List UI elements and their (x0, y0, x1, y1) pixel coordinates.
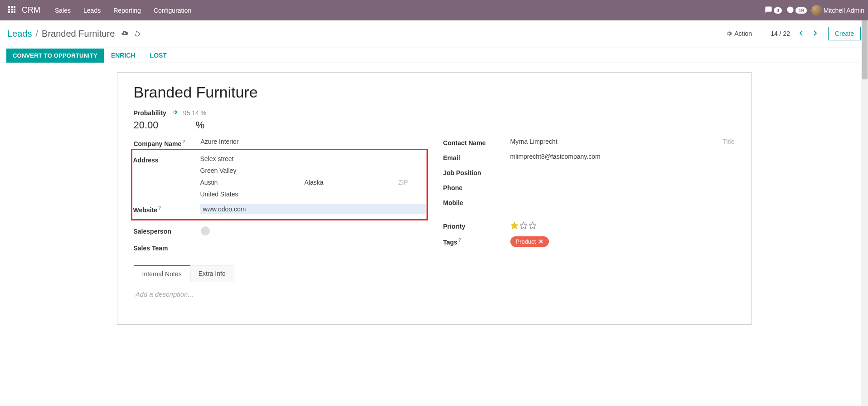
apps-icon[interactable] (8, 6, 17, 15)
svg-marker-1 (520, 222, 527, 229)
star-icon[interactable] (510, 221, 519, 230)
activities-button[interactable]: 19 (786, 6, 806, 15)
help-icon[interactable]: ? (158, 205, 161, 210)
city-input[interactable]: Austin (200, 179, 228, 186)
control-panel: Leads / Branded Furniture Action 14 / 22… (0, 20, 868, 48)
probability-label: Probability (134, 109, 166, 117)
probability-value[interactable]: 20.00 (134, 119, 159, 131)
star-icon[interactable] (529, 221, 537, 230)
top-navbar: CRM Sales Leads Reporting Configuration … (0, 0, 868, 20)
convert-button[interactable]: CONVERT TO OPPORTUNITY (6, 49, 104, 63)
tabs: Internal Notes Extra Info (134, 265, 735, 282)
percent-sign: % (196, 119, 205, 131)
priority-label: Priority (443, 221, 510, 230)
chevron-left-icon (797, 29, 805, 37)
probability-gear[interactable] (172, 109, 178, 117)
street-input[interactable]: Selex street (200, 155, 426, 162)
nav-reporting[interactable]: Reporting (107, 0, 147, 20)
conversations-badge: 4 (774, 7, 782, 14)
pager-next[interactable] (809, 27, 821, 40)
conversation-icon (765, 6, 772, 15)
activities-badge: 19 (795, 7, 806, 14)
mobile-label: Mobile (443, 198, 510, 206)
gear-icon (726, 30, 732, 37)
record-title[interactable]: Branded Furniture (134, 83, 735, 101)
brand-crm[interactable]: CRM (22, 5, 40, 15)
tag-product[interactable]: Product✕ (510, 236, 549, 247)
clock-icon (786, 6, 794, 15)
nav-configuration[interactable]: Configuration (147, 0, 198, 20)
company-name-value[interactable]: Azure Interior (201, 138, 425, 145)
create-button[interactable]: Create (828, 27, 861, 40)
phone-label: Phone (443, 183, 510, 191)
contact-name-label: Contact Name (443, 138, 510, 147)
divider (763, 26, 763, 41)
email-label: Email (443, 153, 510, 161)
street2-input[interactable]: Green Valley (200, 167, 426, 174)
cloud-save-icon[interactable] (121, 29, 128, 39)
tags-label: Tags? (443, 236, 510, 246)
breadcrumb-current: Branded Furniture (42, 29, 115, 39)
form-sheet: Branded Furniture Probability 95.14 % 20… (117, 72, 752, 325)
salesteam-label: Sales Team (134, 243, 201, 252)
salesperson-label: Salesperson (134, 226, 201, 235)
priority-stars[interactable] (510, 221, 735, 230)
user-menu[interactable]: Mitchell Admin (811, 5, 864, 16)
job-label: Job Position (443, 168, 510, 176)
tab-internal-notes[interactable]: Internal Notes (134, 265, 190, 282)
zip-input[interactable]: ZIP (398, 179, 426, 186)
website-input[interactable]: www.odoo.com (200, 204, 426, 214)
state-input[interactable]: Alaska (305, 179, 332, 186)
left-column: Company Name? Azure Interior Address Sel… (134, 135, 425, 255)
country-input[interactable]: United States (200, 191, 426, 198)
status-bar: CONVERT TO OPPORTUNITY ENRICH LOST (0, 48, 868, 63)
salesperson-avatar[interactable] (201, 226, 210, 235)
action-dropdown[interactable]: Action (722, 27, 756, 40)
pager: 14 / 22 (771, 27, 821, 40)
enrich-button[interactable]: ENRICH (104, 48, 143, 63)
website-label: Website? (133, 204, 200, 214)
form-area: Branded Furniture Probability 95.14 % 20… (0, 63, 868, 404)
svg-marker-2 (529, 222, 536, 229)
address-label: Address (133, 155, 200, 164)
conversations-button[interactable]: 4 (765, 6, 782, 15)
description-input[interactable] (136, 290, 733, 298)
highlight-box: Address Selex street Green Valley Austin… (131, 149, 428, 220)
pager-count[interactable]: 14 / 22 (771, 30, 790, 37)
contact-name-input[interactable]: Myrna Limprecht (510, 138, 714, 145)
nav-sales[interactable]: Sales (48, 0, 77, 20)
breadcrumb: Leads / Branded Furniture (7, 29, 141, 39)
discard-icon[interactable] (134, 29, 141, 39)
help-icon[interactable]: ? (458, 238, 461, 243)
avatar-icon (811, 5, 822, 16)
breadcrumb-separator: / (36, 29, 39, 39)
pager-prev[interactable] (795, 27, 807, 40)
scrollbar[interactable] (861, 20, 868, 404)
right-column: Contact Name Myrna Limprecht Title Email… (443, 135, 735, 255)
contact-title-input[interactable]: Title (723, 138, 735, 145)
breadcrumb-leads[interactable]: Leads (7, 29, 32, 39)
gear-icon (172, 109, 178, 115)
probability-auto[interactable]: 95.14 % (183, 109, 206, 117)
email-input[interactable]: mlimprecht8@fastcompany.com (510, 153, 735, 160)
nav-leads[interactable]: Leads (77, 0, 107, 20)
lost-button[interactable]: LOST (143, 48, 174, 63)
tab-extra-info[interactable]: Extra Info (190, 265, 234, 282)
company-name-label: Company Name? (134, 138, 201, 147)
tag-remove-icon[interactable]: ✕ (538, 238, 543, 245)
nav-menu: Sales Leads Reporting Configuration (48, 0, 198, 20)
help-icon[interactable]: ? (182, 139, 185, 144)
svg-marker-0 (511, 222, 518, 229)
star-icon[interactable] (519, 221, 528, 230)
chevron-right-icon (811, 29, 819, 37)
user-name: Mitchell Admin (824, 7, 864, 14)
